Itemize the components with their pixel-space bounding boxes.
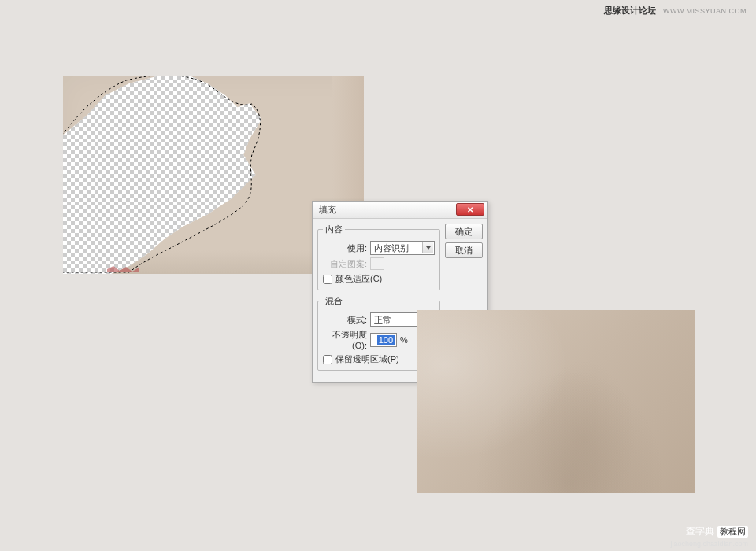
watermark-url: WWW.MISSYUAN.COM <box>663 7 747 15</box>
brand-tag: 教程网 <box>717 526 748 538</box>
dialog-title: 填充 <box>319 204 336 216</box>
pattern-swatch <box>370 257 384 270</box>
chevron-down-icon <box>422 242 433 253</box>
use-value: 内容识别 <box>374 242 409 254</box>
watermark-top: 思缘设计论坛 WWW.MISSYUAN.COM <box>604 5 747 17</box>
pattern-label: 自定图案: <box>323 258 367 270</box>
close-button[interactable]: ✕ <box>456 203 484 216</box>
cancel-button[interactable]: 取消 <box>445 242 483 258</box>
preserve-label: 保留透明区域(P) <box>335 353 399 365</box>
content-legend: 内容 <box>323 224 345 235</box>
ok-button[interactable]: 确定 <box>445 224 483 239</box>
color-adapt-checkbox[interactable] <box>323 275 332 284</box>
mode-value: 正常 <box>374 314 391 326</box>
brand-text: 查字典 <box>686 525 714 538</box>
opacity-label: 不透明度(O): <box>323 329 367 350</box>
opacity-value: 100 <box>377 335 395 345</box>
opacity-unit: % <box>400 335 408 345</box>
use-select[interactable]: 内容识别 <box>370 241 435 255</box>
close-icon: ✕ <box>467 205 473 214</box>
dialog-titlebar[interactable]: 填充 ✕ <box>313 202 487 219</box>
content-fieldset: 内容 使用: 内容识别 自定图案: 颜色适应(C) <box>317 224 440 290</box>
watermark-bottom: 查字典 教程网 jiaocheng.chazidian.com <box>670 525 748 548</box>
mode-label: 模式: <box>323 314 367 326</box>
color-adapt-label: 颜色适应(C) <box>335 273 382 285</box>
preserve-transparency-checkbox[interactable] <box>323 355 332 364</box>
brand-url: jiaocheng.chazidian.com <box>670 540 748 548</box>
watermark-site: 思缘设计论坛 <box>604 6 656 15</box>
use-label: 使用: <box>323 242 367 254</box>
blend-legend: 混合 <box>323 295 345 307</box>
result-gradient-image <box>417 310 695 493</box>
opacity-input[interactable]: 100 <box>370 333 397 347</box>
